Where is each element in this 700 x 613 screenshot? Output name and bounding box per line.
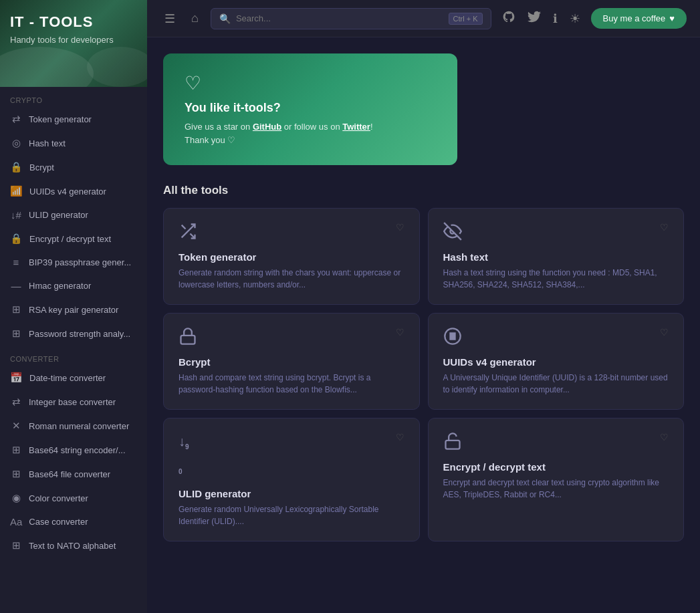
sidebar-item-token-generator[interactable]: ⇄ Token generator <box>0 107 147 131</box>
favorite-icon[interactable]: ♡ <box>396 327 404 338</box>
tool-card-title: Bcrypt <box>179 356 404 368</box>
twitter-icon[interactable] <box>525 7 544 29</box>
favorite-icon[interactable]: ♡ <box>396 432 404 443</box>
svg-rect-2 <box>445 441 459 449</box>
promo-text-after: ! <box>370 122 373 132</box>
sidebar-header: IT - TOOLS Handy tools for developers <box>0 0 147 87</box>
tool-card-encrypt-decrypt[interactable]: ♡ Encrypt / decrypt text Encrypt and dec… <box>428 418 685 541</box>
tool-card-header: ♡ <box>443 222 669 245</box>
main-area: ☰ ⌂ 🔍 Ctrl + K ℹ ☀ Buy me a coffee ♥ ♡ Y… <box>147 0 700 613</box>
base64-string-icon: ⊞ <box>10 444 22 456</box>
sidebar-item-label: Hash text <box>29 138 66 148</box>
promo-heart-icon: ♡ <box>185 72 436 94</box>
tools-grid: ♡ Token generator Generate random string… <box>163 208 684 541</box>
tool-card-uuids[interactable]: ♡ UUIDs v4 generator A Universally Uniqu… <box>428 313 685 410</box>
tool-card-bcrypt[interactable]: ♡ Bcrypt Hash and compare text string us… <box>163 313 420 410</box>
search-input[interactable] <box>236 13 443 23</box>
sidebar-item-label: Base64 string encoder/... <box>29 445 126 455</box>
tool-card-header: ♡ <box>443 327 669 350</box>
sidebar-item-roman-numeral[interactable]: ✕ Roman numeral converter <box>0 414 147 438</box>
sidebar-item-bcrypt[interactable]: 🔒 Bcrypt <box>0 155 147 179</box>
sidebar-item-base64-file[interactable]: ⊞ Base64 file converter <box>0 462 147 486</box>
promo-text-middle: or follow us on <box>281 122 342 132</box>
tool-card-title: ULID generator <box>179 488 404 499</box>
lock-open-icon <box>443 432 462 455</box>
ulid-sort-icon: ↓90 <box>179 432 189 481</box>
sidebar-item-integer-base[interactable]: ⇄ Integer base converter <box>0 390 147 414</box>
sidebar-item-label: UUIDs v4 generator <box>29 187 106 197</box>
sidebar-item-base64-string[interactable]: ⊞ Base64 string encoder/... <box>0 438 147 462</box>
menu-icon[interactable]: ☰ <box>160 7 179 30</box>
favorite-icon[interactable]: ♡ <box>660 432 669 443</box>
theme-icon[interactable]: ☀ <box>567 9 583 29</box>
sidebar-item-label: Text to NATO alphabet <box>29 541 116 551</box>
tool-card-title: Hash text <box>443 251 669 263</box>
tool-card-desc: Generate random string with the chars yo… <box>179 267 404 291</box>
sidebar-title: IT - TOOLS <box>10 13 137 31</box>
shuffle-icon: ⇄ <box>10 113 22 125</box>
favorite-icon[interactable]: ♡ <box>660 327 669 338</box>
sidebar-section-converter: Converter <box>0 346 147 366</box>
sidebar-item-date-time[interactable]: 📅 Date-time converter <box>0 366 147 390</box>
bip39-icon: ≡ <box>10 257 22 268</box>
promo-text-before: Give us a star on <box>185 122 253 132</box>
sidebar-section-crypto: Crypto <box>0 87 147 107</box>
calendar-icon: 📅 <box>10 372 23 384</box>
password-icon: ⊞ <box>10 328 22 340</box>
sidebar-item-label: Color converter <box>29 493 88 503</box>
search-bar[interactable]: 🔍 Ctrl + K <box>211 8 491 29</box>
base64-file-icon: ⊞ <box>10 468 22 480</box>
github-link[interactable]: GitHub <box>253 122 281 132</box>
sidebar-item-rsa[interactable]: ⊞ RSA key pair generator <box>0 297 147 322</box>
tool-card-hash-text[interactable]: ♡ Hash text Hash a text string using the… <box>428 208 685 305</box>
sidebar-item-ulid[interactable]: ↓# ULID generator <box>0 203 147 227</box>
sidebar-item-label: ULID generator <box>29 210 88 220</box>
sidebar-item-label: BIP39 passphrase gener... <box>29 257 131 267</box>
promo-text: Give us a star on GitHub or follow us on… <box>185 120 436 146</box>
home-icon[interactable]: ⌂ <box>187 7 203 29</box>
buy-coffee-button[interactable]: Buy me a coffee ♥ <box>591 8 687 29</box>
hmac-icon: — <box>10 280 22 291</box>
sidebar-item-color-converter[interactable]: ◉ Color converter <box>0 486 147 510</box>
tool-card-desc: Hash and compare text string using bcryp… <box>179 372 404 396</box>
tool-card-title: Encrypt / decrypt text <box>443 461 669 473</box>
tool-card-desc: Hash a text string using the function yo… <box>443 267 669 291</box>
svg-rect-1 <box>181 336 195 344</box>
ulid-icon: ↓# <box>10 209 22 221</box>
favorite-icon[interactable]: ♡ <box>396 222 404 233</box>
hash-icon: ◎ <box>10 137 22 149</box>
sidebar-item-label: Case converter <box>29 517 88 527</box>
lock-icon: 🔒 <box>10 161 23 173</box>
sidebar-item-case-converter[interactable]: Aa Case converter <box>0 510 147 533</box>
github-icon[interactable] <box>499 7 518 29</box>
info-icon[interactable]: ℹ <box>550 9 560 29</box>
fingerprint-icon <box>443 327 462 350</box>
sidebar-item-encrypt-decrypt[interactable]: 🔒 Encrypt / decrypt text <box>0 227 147 251</box>
sidebar-item-label: Hmac generator <box>29 281 91 291</box>
sidebar-item-bip39[interactable]: ≡ BIP39 passphrase gener... <box>0 251 147 274</box>
promo-card: ♡ You like it-tools? Give us a star on G… <box>163 53 457 165</box>
shuffle-icon <box>179 222 197 245</box>
twitter-link[interactable]: Twitter <box>342 122 370 132</box>
buy-coffee-label: Buy me a coffee <box>603 13 666 23</box>
eye-slash-icon <box>443 222 462 245</box>
sidebar-item-hmac[interactable]: — Hmac generator <box>0 274 147 297</box>
sidebar-item-uuids[interactable]: 📶 UUIDs v4 generator <box>0 179 147 203</box>
tool-card-desc: Generate random Universally Lexicographi… <box>179 503 404 527</box>
rsa-icon: ⊞ <box>10 303 22 316</box>
encrypt-icon: 🔒 <box>10 233 23 245</box>
sidebar-item-hash-text[interactable]: ◎ Hash text <box>0 131 147 155</box>
sidebar-item-password-strength[interactable]: ⊞ Password strength analy... <box>0 322 147 346</box>
sidebar-item-label: RSA key pair generator <box>29 305 118 315</box>
tool-card-title: Token generator <box>179 251 404 263</box>
sidebar-item-label: Base64 file converter <box>29 469 110 479</box>
sidebar-item-label: Date-time converter <box>29 373 106 383</box>
favorite-icon[interactable]: ♡ <box>660 222 669 233</box>
sidebar-item-label: Integer base converter <box>29 397 116 407</box>
tool-card-token-generator[interactable]: ♡ Token generator Generate random string… <box>163 208 420 305</box>
content-area: ♡ You like it-tools? Give us a star on G… <box>147 37 700 613</box>
sidebar-item-label: Encrypt / decrypt text <box>29 234 111 244</box>
tool-card-ulid[interactable]: ↓90 ♡ ULID generator Generate random Uni… <box>163 418 420 541</box>
sidebar-item-text-nato[interactable]: ⊞ Text to NATO alphabet <box>0 533 147 558</box>
base-converter-icon: ⇄ <box>10 396 22 408</box>
